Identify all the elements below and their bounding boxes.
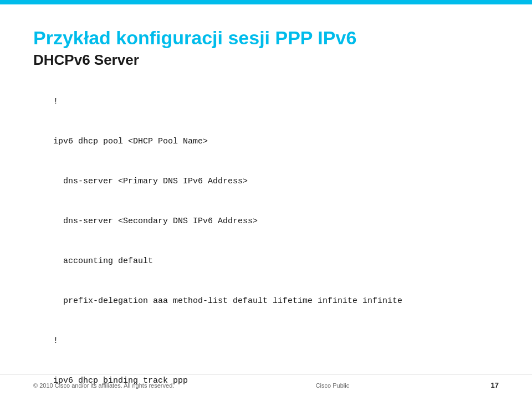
code-line-1: ! <box>53 97 58 106</box>
code-line-3: dns-server <Primary DNS IPv6 Address> <box>53 177 248 186</box>
code-line-4: dns-server <Secondary DNS IPv6 Address> <box>53 217 258 226</box>
code-line-7: ! <box>53 336 58 346</box>
footer-classification: Cisco Public <box>316 382 350 389</box>
footer-page-number: 17 <box>491 381 499 389</box>
code-line-5: accounting default <box>53 256 153 266</box>
slide-content: Przykład konfiguracji sesji PPP IPv6 DHC… <box>0 4 532 396</box>
slide-title-main: Przykład konfiguracji sesji PPP IPv6 <box>33 27 499 49</box>
code-line-6: prefix-delegation aaa method-list defaul… <box>53 296 402 306</box>
top-bar <box>0 0 532 4</box>
code-line-2: ipv6 dhcp pool <DHCP Pool Name> <box>53 137 208 146</box>
footer-copyright: © 2010 Cisco and/or its affiliates. All … <box>33 382 174 389</box>
slide-title-sub: DHCPv6 Server <box>33 52 499 69</box>
footer: © 2010 Cisco and/or its affiliates. All … <box>0 374 532 396</box>
code-block: ! ipv6 dhcp pool <DHCP Pool Name> dns-se… <box>33 82 499 396</box>
